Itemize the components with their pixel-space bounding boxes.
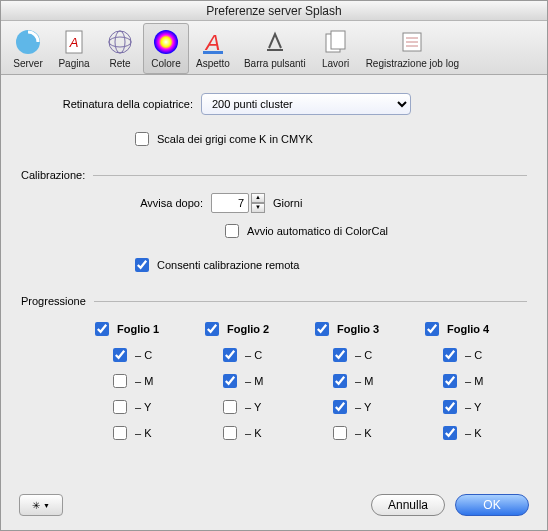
channel-label: – Y bbox=[245, 401, 261, 413]
sheet-3-k-checkbox[interactable] bbox=[333, 426, 347, 440]
sheet-2-y-checkbox[interactable] bbox=[223, 400, 237, 414]
toolbar-item-pagina[interactable]: APagina bbox=[51, 23, 97, 74]
retinatura-label: Retinatura della copiatrice: bbox=[31, 98, 201, 110]
calibration-header: Calibrazione: bbox=[21, 169, 85, 181]
warn-after-unit: Giorni bbox=[273, 197, 302, 209]
grayscale-as-k-label: Scala dei grigi come K in CMYK bbox=[157, 133, 313, 145]
rete-icon bbox=[104, 26, 136, 58]
auto-colorcal-label: Avvio automatico di ColorCal bbox=[247, 225, 388, 237]
toolbar-label: Aspetto bbox=[196, 58, 230, 69]
ok-button[interactable]: OK bbox=[455, 494, 529, 516]
sheet-2-checkbox[interactable] bbox=[205, 322, 219, 336]
toolbar-label: Registrazione job log bbox=[366, 58, 459, 69]
channel-label: – K bbox=[465, 427, 482, 439]
sheet-2-label: Foglio 2 bbox=[227, 323, 269, 335]
sheet-2-m-checkbox[interactable] bbox=[223, 374, 237, 388]
sheet-4-m-checkbox[interactable] bbox=[443, 374, 457, 388]
gear-icon: ✳︎ bbox=[32, 500, 40, 511]
toolbar-item-server[interactable]: Server bbox=[5, 23, 51, 74]
chevron-down-icon[interactable]: ▼ bbox=[251, 203, 265, 213]
lavori-icon bbox=[320, 26, 352, 58]
channel-label: – K bbox=[355, 427, 372, 439]
sheet-1-c-checkbox[interactable] bbox=[113, 348, 127, 362]
window-title: Preferenze server Splash bbox=[1, 1, 547, 21]
channel-label: – Y bbox=[135, 401, 151, 413]
toolbar-item-lavori[interactable]: Lavori bbox=[313, 23, 359, 74]
toolbar-item-barra[interactable]: Barra pulsanti bbox=[237, 23, 313, 74]
channel-label: – M bbox=[465, 375, 483, 387]
auto-colorcal-checkbox[interactable] bbox=[225, 224, 239, 238]
toolbar-label: Pagina bbox=[58, 58, 89, 69]
svg-rect-11 bbox=[331, 31, 345, 49]
warn-after-input[interactable] bbox=[211, 193, 249, 213]
pagina-icon: A bbox=[58, 26, 90, 58]
reglog-icon bbox=[396, 26, 428, 58]
sheet-3-checkbox[interactable] bbox=[315, 322, 329, 336]
svg-point-0 bbox=[16, 30, 40, 54]
svg-point-5 bbox=[115, 31, 125, 53]
divider bbox=[94, 301, 527, 302]
sheet-4-k-checkbox[interactable] bbox=[443, 426, 457, 440]
grayscale-as-k-checkbox[interactable] bbox=[135, 132, 149, 146]
toolbar-label: Lavori bbox=[322, 58, 349, 69]
svg-text:A: A bbox=[69, 35, 79, 50]
colore-icon bbox=[150, 26, 182, 58]
channel-label: – Y bbox=[355, 401, 371, 413]
channel-label: – Y bbox=[465, 401, 481, 413]
svg-point-3 bbox=[109, 31, 131, 53]
barra-icon bbox=[259, 26, 291, 58]
gear-menu-button[interactable]: ✳︎ ▼ bbox=[19, 494, 63, 516]
aspetto-icon: A bbox=[197, 26, 229, 58]
toolbar-label: Rete bbox=[109, 58, 130, 69]
channel-label: – C bbox=[465, 349, 482, 361]
warn-after-label: Avvisa dopo: bbox=[31, 197, 211, 209]
chevron-up-icon[interactable]: ▲ bbox=[251, 193, 265, 203]
sheet-2-k-checkbox[interactable] bbox=[223, 426, 237, 440]
sheet-3-c-checkbox[interactable] bbox=[333, 348, 347, 362]
svg-rect-8 bbox=[203, 51, 223, 54]
channel-label: – M bbox=[355, 375, 373, 387]
toolbar-label: Server bbox=[13, 58, 42, 69]
sheet-4-checkbox[interactable] bbox=[425, 322, 439, 336]
sheet-1-y-checkbox[interactable] bbox=[113, 400, 127, 414]
sheet-4-y-checkbox[interactable] bbox=[443, 400, 457, 414]
remote-calibration-label: Consenti calibrazione remota bbox=[157, 259, 299, 271]
sheet-4-label: Foglio 4 bbox=[447, 323, 489, 335]
progression-header: Progressione bbox=[21, 295, 86, 307]
sheet-1-k-checkbox[interactable] bbox=[113, 426, 127, 440]
remote-calibration-checkbox[interactable] bbox=[135, 258, 149, 272]
channel-label: – C bbox=[355, 349, 372, 361]
cancel-button[interactable]: Annulla bbox=[371, 494, 445, 516]
svg-point-4 bbox=[109, 37, 131, 47]
server-icon bbox=[12, 26, 44, 58]
warn-after-stepper[interactable]: ▲ ▼ bbox=[251, 193, 265, 213]
channel-label: – K bbox=[245, 427, 262, 439]
toolbar-label: Barra pulsanti bbox=[244, 58, 306, 69]
retinatura-select[interactable]: 200 punti cluster bbox=[201, 93, 411, 115]
sheet-4-c-checkbox[interactable] bbox=[443, 348, 457, 362]
progression-grid: Foglio 1Foglio 2Foglio 3Foglio 4– C– C– … bbox=[91, 319, 517, 443]
toolbar: ServerAPaginaReteColoreAAspettoBarra pul… bbox=[1, 21, 547, 75]
sheet-1-checkbox[interactable] bbox=[95, 322, 109, 336]
sheet-3-m-checkbox[interactable] bbox=[333, 374, 347, 388]
svg-point-6 bbox=[154, 30, 178, 54]
channel-label: – C bbox=[245, 349, 262, 361]
toolbar-item-reglog[interactable]: Registrazione job log bbox=[359, 23, 466, 74]
sheet-1-label: Foglio 1 bbox=[117, 323, 159, 335]
toolbar-label: Colore bbox=[151, 58, 180, 69]
sheet-2-c-checkbox[interactable] bbox=[223, 348, 237, 362]
sheet-1-m-checkbox[interactable] bbox=[113, 374, 127, 388]
toolbar-item-rete[interactable]: Rete bbox=[97, 23, 143, 74]
chevron-down-icon: ▼ bbox=[43, 502, 50, 509]
divider bbox=[93, 175, 527, 176]
toolbar-item-colore[interactable]: Colore bbox=[143, 23, 189, 74]
sheet-3-label: Foglio 3 bbox=[337, 323, 379, 335]
channel-label: – M bbox=[135, 375, 153, 387]
toolbar-item-aspetto[interactable]: AAspetto bbox=[189, 23, 237, 74]
sheet-3-y-checkbox[interactable] bbox=[333, 400, 347, 414]
channel-label: – K bbox=[135, 427, 152, 439]
channel-label: – M bbox=[245, 375, 263, 387]
channel-label: – C bbox=[135, 349, 152, 361]
